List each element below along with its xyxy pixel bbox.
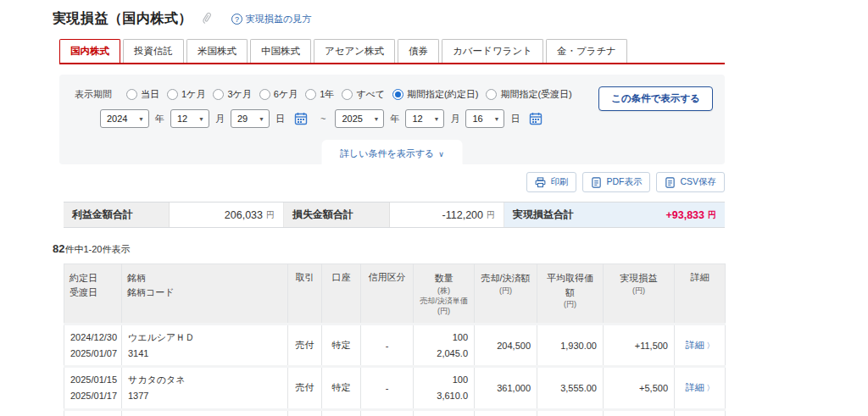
tab-china-stock[interactable]: 中国株式 bbox=[250, 39, 311, 63]
count-suffix: 件中1-20件表示 bbox=[64, 244, 130, 254]
export-toolbar: 印刷 PDF表示 CSV保存 bbox=[59, 172, 725, 192]
tab-investment-trust[interactable]: 投資信託 bbox=[123, 39, 184, 63]
filter-panel: 表示期間 当日 1ケ月 3ケ月 6ケ月 1年 すべて 期間指定(約定日) 期間指… bbox=[59, 75, 725, 164]
cell-quantity: 1001,490.0 bbox=[414, 409, 475, 416]
tab-us-stock[interactable]: 米国株式 bbox=[186, 39, 248, 63]
cell-dates: 2025/01/152025/01/17 bbox=[64, 367, 122, 409]
amount: -112,200 bbox=[442, 209, 483, 221]
detail-toggle-pill: 詳しい条件を表示する∨ bbox=[321, 140, 463, 164]
yen-unit: 円 bbox=[266, 209, 275, 221]
header-trade-date: 約定日 bbox=[70, 271, 116, 286]
col-name: 銘柄銘柄コード bbox=[122, 264, 288, 324]
cell-avg-price: 3,555.00 bbox=[537, 367, 604, 409]
header-pl-unit: (円) bbox=[609, 286, 669, 296]
radio-label: 当日 bbox=[141, 88, 159, 101]
stock-code: 3141 bbox=[128, 346, 281, 362]
pl-help-link[interactable]: ? 実現損益の見方 bbox=[231, 13, 311, 25]
cell-name: ウエルシアＨＤ3141 bbox=[122, 324, 288, 366]
cell-detail: 詳細〉 bbox=[675, 367, 726, 409]
to-year-value: 2025 bbox=[342, 114, 362, 124]
header-unit-price-unit: (円) bbox=[419, 306, 469, 316]
to-day-value: 16 bbox=[472, 114, 482, 124]
detail-conditions-toggle[interactable]: 詳しい条件を表示する∨ bbox=[340, 148, 444, 158]
realized-pl-total-label: 実現損益合計 bbox=[504, 202, 610, 227]
unit-price: 2,045.0 bbox=[420, 346, 468, 362]
loss-total-value: -112,200円 bbox=[390, 202, 504, 227]
cell-avg-price: 1,930.00 bbox=[537, 324, 604, 366]
tab-asean-stock[interactable]: アセアン株式 bbox=[314, 39, 395, 63]
from-year-select[interactable]: 2024▼ bbox=[100, 109, 149, 128]
pl-summary-bar: 利益金額合計 206,033円 損失金額合計 -112,200円 実現損益合計 … bbox=[64, 202, 725, 228]
col-account: 口座 bbox=[322, 264, 361, 324]
header-unit-price: 売却/決済単価 bbox=[419, 296, 469, 306]
col-detail: 詳細 bbox=[675, 264, 726, 324]
col-quantity: 数量(株)売却/決済単価(円) bbox=[414, 264, 475, 324]
radio-today[interactable]: 当日 bbox=[126, 88, 159, 101]
range-tilde: ~ bbox=[320, 114, 326, 124]
cell-margin: - bbox=[361, 367, 414, 409]
print-button[interactable]: 印刷 bbox=[526, 172, 576, 192]
cell-name: サカタのタネ1377 bbox=[122, 367, 288, 409]
from-day-value: 29 bbox=[237, 114, 248, 124]
tab-gold-platinum[interactable]: 金・プラチナ bbox=[546, 39, 627, 63]
tab-domestic-stock[interactable]: 国内株式 bbox=[59, 39, 120, 63]
detail-link[interactable]: 詳細〉 bbox=[686, 382, 715, 392]
year-unit: 年 bbox=[390, 113, 399, 125]
tab-covered-warrant[interactable]: カバードワラント bbox=[442, 39, 543, 63]
radio-3months[interactable]: 3ケ月 bbox=[213, 88, 251, 101]
from-year-value: 2024 bbox=[107, 114, 127, 124]
calendar-icon[interactable] bbox=[294, 112, 308, 125]
cell-realized-pl: +11,500 bbox=[604, 324, 675, 366]
chevron-down-icon: ▼ bbox=[138, 116, 144, 122]
radio-1month[interactable]: 1ケ月 bbox=[167, 88, 205, 101]
to-day-select[interactable]: 16▼ bbox=[465, 109, 504, 128]
csv-save-button[interactable]: CSV保存 bbox=[656, 172, 725, 192]
radio-period-trade-date[interactable]: 期間指定(約定日) bbox=[392, 88, 478, 101]
col-margin: 信用区分 bbox=[361, 264, 414, 324]
tab-bonds[interactable]: 債券 bbox=[398, 39, 439, 63]
cell-trade: 売付 bbox=[288, 324, 322, 366]
to-year-select[interactable]: 2025▼ bbox=[335, 109, 384, 128]
cell-realized-pl: +5,500 bbox=[604, 367, 675, 409]
calendar-icon[interactable] bbox=[529, 112, 542, 125]
chevron-right-icon: 〉 bbox=[707, 384, 715, 392]
radio-period-settle-date[interactable]: 期間指定(受渡日) bbox=[486, 88, 571, 101]
chevron-right-icon: 〉 bbox=[707, 341, 715, 350]
pdf-file-icon bbox=[591, 177, 602, 188]
cell-quantity: 1003,610.0 bbox=[414, 367, 475, 409]
to-month-select[interactable]: 12▼ bbox=[405, 109, 444, 128]
radio-icon bbox=[486, 89, 497, 100]
radio-label: 1年 bbox=[320, 88, 334, 101]
apply-filter-button[interactable]: この条件で表示する bbox=[598, 86, 713, 111]
cell-amount: 149,000 bbox=[475, 409, 537, 416]
pdf-view-button[interactable]: PDF表示 bbox=[582, 172, 650, 192]
day-unit: 日 bbox=[510, 113, 520, 125]
header-avg-price: 平均取得価額 bbox=[542, 271, 598, 299]
cell-trade: 売付 bbox=[288, 409, 322, 416]
col-avg-price: 平均取得価額(円) bbox=[537, 264, 604, 324]
yen-unit: 円 bbox=[487, 209, 495, 221]
period-label: 表示期間 bbox=[75, 88, 112, 101]
radio-icon bbox=[259, 89, 270, 100]
cell-account: 特定 bbox=[322, 367, 361, 409]
cell-detail: 詳細〉 bbox=[675, 324, 726, 366]
total-count: 82 bbox=[53, 242, 64, 255]
to-month-value: 12 bbox=[412, 114, 422, 124]
radio-all[interactable]: すべて bbox=[342, 88, 385, 101]
col-trade: 取引 bbox=[288, 264, 322, 324]
chevron-down-icon: ▼ bbox=[259, 116, 264, 122]
loss-total-label: 損失金額合計 bbox=[284, 202, 390, 227]
from-day-select[interactable]: 29▼ bbox=[231, 109, 270, 128]
radio-1year[interactable]: 1年 bbox=[305, 88, 334, 101]
csv-label: CSV保存 bbox=[680, 176, 716, 188]
cell-dates: 2025/01/202025/01/22 bbox=[64, 409, 122, 416]
from-month-select[interactable]: 12▼ bbox=[170, 109, 209, 128]
cell-margin: - bbox=[361, 324, 414, 366]
radio-6months[interactable]: 6ケ月 bbox=[259, 88, 298, 101]
question-icon: ? bbox=[231, 14, 242, 25]
day-unit: 日 bbox=[275, 113, 285, 125]
amount: 206,033 bbox=[225, 209, 263, 221]
detail-link[interactable]: 詳細〉 bbox=[686, 340, 715, 350]
cell-account: 特定 bbox=[322, 324, 361, 366]
header-qty: 数量 bbox=[419, 271, 469, 286]
